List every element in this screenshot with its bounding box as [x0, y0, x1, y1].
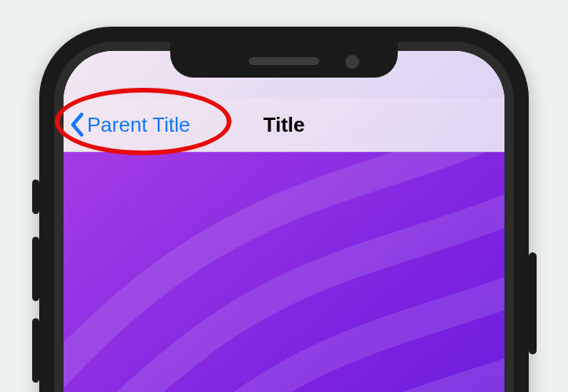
- front-camera: [345, 55, 359, 69]
- volume-up-button: [32, 237, 39, 301]
- back-button[interactable]: Parent Title: [64, 112, 191, 137]
- silent-switch: [32, 180, 39, 214]
- navigation-bar: Parent Title Title: [64, 98, 504, 152]
- display-notch: [170, 42, 398, 78]
- volume-down-button: [32, 318, 39, 383]
- content-wallpaper: [64, 152, 504, 392]
- phone-screen: Parent Title Title: [64, 51, 504, 392]
- back-button-label: Parent Title: [87, 113, 191, 137]
- earpiece-speaker: [249, 57, 319, 65]
- phone-bezel: Parent Title Title: [54, 42, 514, 392]
- phone-frame: Parent Title Title: [39, 27, 529, 392]
- chevron-left-icon: [70, 112, 86, 137]
- side-power-button: [529, 252, 537, 354]
